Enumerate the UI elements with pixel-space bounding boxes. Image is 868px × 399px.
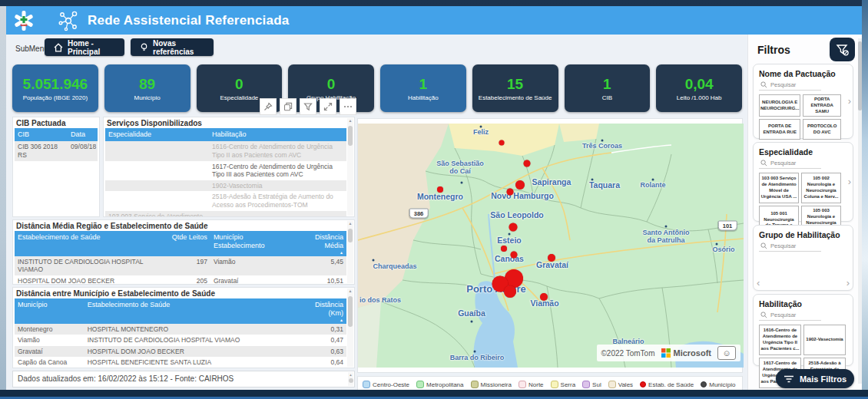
- visual-title: Distância entre Município e Estabelecime…: [13, 288, 354, 298]
- column-header[interactable]: Município Estabelecimento: [210, 231, 297, 256]
- chevron-right-icon[interactable]: ›: [848, 178, 851, 186]
- estabelecimento-saude-dot[interactable]: [540, 293, 548, 301]
- samu-logo-icon: SAMU: [12, 9, 35, 32]
- estabelecimento-saude-dot[interactable]: [507, 189, 514, 196]
- map-legend: Centro-OesteMetropolitanaMissioneiraNort…: [357, 376, 743, 390]
- filter-option[interactable]: PORTA ENTRADA SAMU: [803, 94, 841, 117]
- filter-option[interactable]: 105 002 Neurologia e Neurocirurgia Colun…: [801, 173, 841, 203]
- column-header[interactable]: Município: [15, 298, 84, 324]
- more-options-icon[interactable]: [340, 98, 356, 115]
- filter-option[interactable]: PROTOCOLO DO AVC: [803, 119, 841, 140]
- filter-icon[interactable]: [300, 98, 316, 115]
- window-bottom-bar: [0, 390, 868, 399]
- scrollbar[interactable]: [858, 38, 862, 384]
- estabelecimento-saude-dot[interactable]: [504, 285, 516, 298]
- kpi-card[interactable]: 1CIB: [565, 64, 651, 112]
- kpi-label: Habilitação: [408, 94, 439, 101]
- copy-icon[interactable]: [280, 98, 297, 115]
- filter-card-grupo-habilitacao: Grupo de Habilitação Pesquisar ‹ ›: [753, 225, 853, 291]
- table-row[interactable]: GravataíHOSPITAL DOM JOAO BECKER0,63: [15, 346, 346, 358]
- column-header[interactable]: Data: [68, 128, 98, 141]
- map[interactable]: FelizSão Sebastião do CaíMontenegroTrês …: [358, 124, 744, 368]
- estabelecimento-saude-dot[interactable]: [501, 246, 507, 252]
- column-header[interactable]: Habilitação: [209, 128, 346, 141]
- search-input[interactable]: Pesquisar: [759, 310, 821, 321]
- scrollbar[interactable]: ▲: [347, 221, 353, 283]
- kpi-label: População (IBGE 2020): [23, 94, 88, 101]
- sort-asc-icon: ▲: [300, 251, 343, 254]
- kpi-card[interactable]: 0,04Leito /1.000 Hab: [656, 64, 742, 112]
- kpi-card[interactable]: 15Estabelecimento de Saúde: [472, 64, 558, 112]
- clear-filters-button[interactable]: [830, 38, 855, 61]
- estabelecimento-saude-dot[interactable]: [524, 160, 531, 167]
- column-header[interactable]: Distância Média▲: [297, 231, 346, 256]
- smiley-feedback-icon[interactable]: ☺: [717, 346, 736, 360]
- estabelecimento-saude-dot[interactable]: [509, 223, 518, 232]
- estabelecimento-saude-dot[interactable]: [515, 180, 525, 190]
- microsoft-brand: Microsoft: [674, 348, 712, 358]
- filter-option[interactable]: 1616-Centro de Atendimento de Urgência T…: [759, 325, 801, 355]
- table-cell: 5,45: [297, 256, 346, 275]
- table-row[interactable]: 103 003 Serviço de Atendimento Móvel de …: [105, 211, 346, 217]
- table-row[interactable]: Capão da CanoaHOSPITAL BENEFICIENTE SANT…: [15, 357, 346, 368]
- kpi-card[interactable]: 5.051.946População (IBGE 2020): [12, 64, 98, 112]
- mais-filtros-button[interactable]: Mais Filtros: [776, 369, 854, 388]
- cib-pactuada-visual: CIB Pactuada CIBDataCIB 306 2018 RS09/08…: [12, 117, 100, 217]
- scrollbar[interactable]: ▲: [347, 118, 353, 216]
- home-principal-button[interactable]: Home - Principal: [45, 38, 124, 56]
- filter-option[interactable]: 1902-Vasectomia: [803, 325, 846, 355]
- estabelecimento-saude-dot[interactable]: [548, 254, 555, 262]
- estabelecimento-saude-dot[interactable]: [511, 252, 518, 259]
- filter-clear-icon: [836, 43, 850, 57]
- column-header[interactable]: Qtde Leitos: [167, 231, 210, 256]
- municipio-dot: [474, 351, 476, 353]
- table-row[interactable]: ViamãoINSTITUTO DE CARDIOLOGIA HOSPITAL …: [15, 335, 346, 346]
- filter-option[interactable]: 103 003 Serviço de Atendimento Móvel de …: [759, 173, 799, 203]
- filter-option[interactable]: NEUROLOGIA E NEUROCIRURG...: [759, 94, 800, 117]
- kpi-label: CIB: [602, 94, 612, 101]
- road-shield: 101: [718, 221, 737, 231]
- table-row[interactable]: 1616-Centro de Atendimento de Urgência T…: [105, 141, 346, 160]
- chevron-left-icon[interactable]: ‹: [757, 279, 760, 287]
- kpi-card[interactable]: 1Habilitação: [380, 64, 466, 112]
- servicos-visual: Serviços Disponibilizados EspecialidadeH…: [103, 117, 355, 217]
- table-row[interactable]: INSTITUTO DE CARDIOLOGIA HOSPITAL VIAMAO…: [15, 256, 346, 275]
- search-input[interactable]: Pesquisar: [759, 80, 821, 91]
- table-cell: Viamão: [15, 335, 84, 346]
- table-cell: 1616-Centro de Atendimento de Urgência T…: [209, 141, 346, 160]
- scrollbar[interactable]: ▲: [347, 289, 353, 367]
- search-input[interactable]: Pesquisar: [759, 241, 821, 252]
- table-row[interactable]: 1617-Centro de Atendimento de Urgência T…: [105, 161, 346, 180]
- municipio-dot: [461, 182, 463, 184]
- kpi-value: 15: [507, 76, 523, 93]
- table-row[interactable]: MontenegroHOSPITAL MONTENEGRO0,31: [15, 324, 346, 335]
- table-row[interactable]: 1902-Vasectomia: [105, 180, 346, 192]
- column-header[interactable]: Estabelecimento de Saúde: [84, 298, 297, 324]
- table-cell: 2518-Adesão à Estratégia de Aumento do A…: [209, 191, 346, 210]
- chevron-right-icon[interactable]: ›: [846, 279, 850, 287]
- table-cell: 09/08/18: [68, 141, 98, 160]
- visual-header-toolbar: [260, 98, 356, 115]
- table-cell: Montenegro: [15, 324, 84, 335]
- column-header[interactable]: Especialidade: [105, 128, 209, 141]
- filter-option[interactable]: PORTA DE ENTRADA RUE: [759, 119, 800, 140]
- table-row[interactable]: 2518-Adesão à Estratégia de Aumento do A…: [105, 191, 346, 210]
- scrollbar[interactable]: ▴: [348, 372, 353, 386]
- search-icon: [760, 242, 767, 249]
- column-header[interactable]: Estabelecimento de Saúde: [15, 231, 167, 256]
- pin-icon[interactable]: [260, 98, 277, 115]
- table-row[interactable]: CIB 306 2018 RS09/08/18: [15, 141, 98, 160]
- servicos-table: EspecialidadeHabilitação1616-Centro de A…: [105, 128, 346, 217]
- novas-referencias-button[interactable]: Novas referências: [131, 38, 214, 56]
- chevron-right-icon[interactable]: ›: [848, 97, 851, 105]
- column-header[interactable]: CIB: [15, 128, 68, 141]
- search-input[interactable]: Pesquisar: [759, 158, 821, 169]
- table-row[interactable]: HOSPITAL DOM JOAO BECKER205Gravataí10,51: [15, 275, 346, 285]
- estabelecimento-saude-dot[interactable]: [437, 186, 443, 193]
- table-cell: Capão da Canoa: [15, 357, 84, 368]
- estabelecimento-saude-dot[interactable]: [499, 140, 505, 146]
- kpi-card[interactable]: 89Município: [104, 64, 190, 112]
- kpi-label: Município: [134, 94, 161, 101]
- focus-mode-icon[interactable]: [320, 98, 336, 115]
- column-header[interactable]: Distância (Km)▲: [297, 298, 346, 324]
